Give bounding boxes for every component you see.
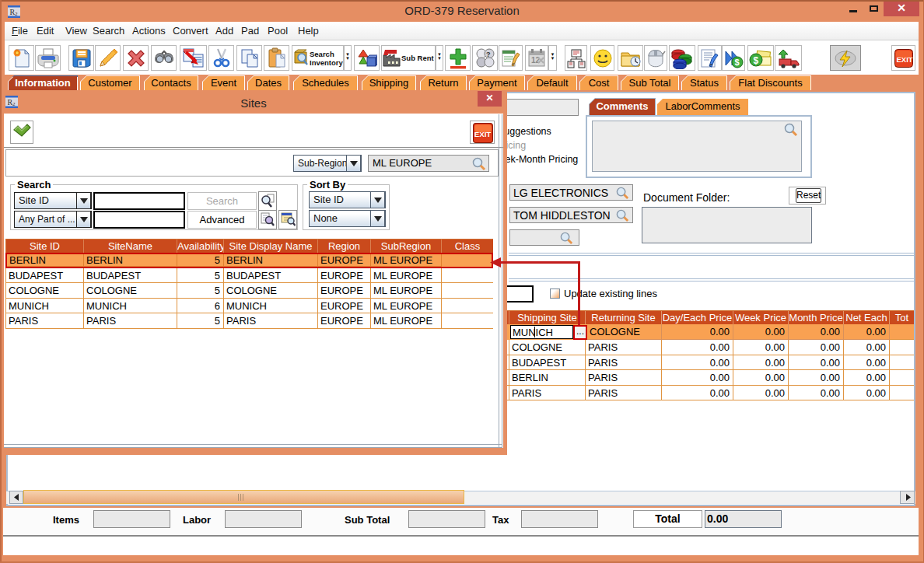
svg-text:Sub Rent: Sub Rent bbox=[401, 54, 435, 62]
svg-text:2: 2 bbox=[15, 11, 18, 17]
svg-text:Search: Search bbox=[310, 50, 334, 58]
svg-text:$: $ bbox=[754, 54, 759, 65]
svg-text:Inventory: Inventory bbox=[310, 58, 343, 67]
svg-text:EXIT: EXIT bbox=[896, 54, 912, 63]
svg-text:$: $ bbox=[735, 58, 740, 67]
svg-text:?: ? bbox=[486, 51, 491, 58]
svg-text:EXIT: EXIT bbox=[474, 130, 492, 138]
